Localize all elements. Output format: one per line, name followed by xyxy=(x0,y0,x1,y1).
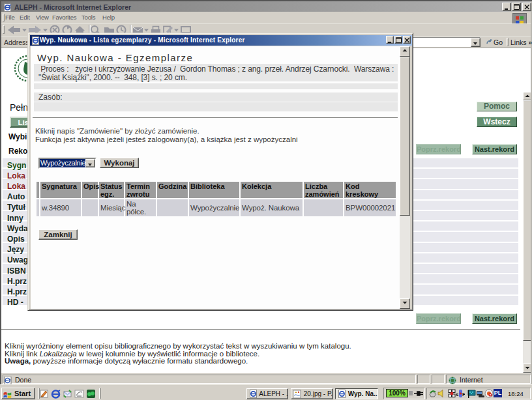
svg-text:s: s xyxy=(456,392,459,397)
svg-text:F: F xyxy=(462,392,465,397)
